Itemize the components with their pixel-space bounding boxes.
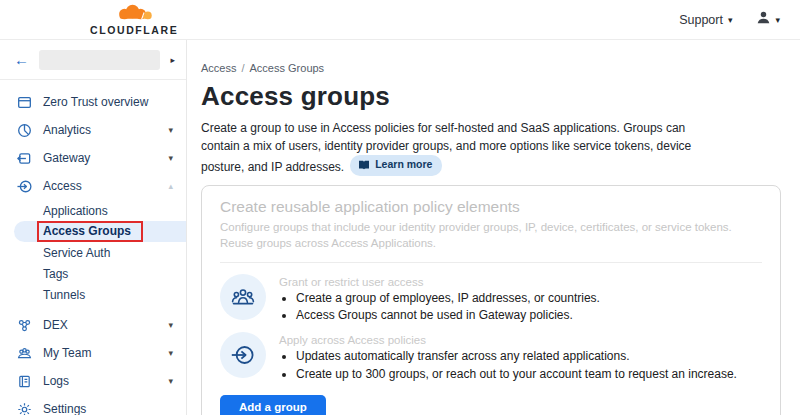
sidebar-item-label: Settings <box>43 402 173 415</box>
chevron-down-icon: ▾ <box>168 125 173 135</box>
sidebar-item-label: Access Groups <box>43 224 131 238</box>
support-menu[interactable]: Support ▾ <box>679 13 732 27</box>
sidebar-item-access-groups[interactable]: Access Groups <box>14 221 186 242</box>
gear-icon <box>16 401 32 415</box>
section-apply-policies: Apply across Access policies Updates aut… <box>220 332 762 382</box>
sidebar-item-label: Tunnels <box>43 288 85 302</box>
cloudflare-logo: CLOUDFLARE <box>90 4 178 36</box>
chevron-down-icon: ▾ <box>168 153 173 163</box>
section-bullets: Create a group of employees, IP addresse… <box>279 290 600 323</box>
bullet: Updates automatically transfer across an… <box>296 348 737 364</box>
chevron-down-icon: ▾ <box>168 320 173 330</box>
add-group-button[interactable]: Add a group <box>220 395 326 415</box>
card-title: Create reusable application policy eleme… <box>220 198 762 216</box>
sidebar-item-settings[interactable]: Settings <box>0 395 186 415</box>
breadcrumb-separator: / <box>241 62 244 74</box>
back-arrow-icon[interactable]: ← <box>14 51 29 68</box>
sidebar-item-label: My Team <box>43 346 168 360</box>
chevron-down-icon: ▾ <box>775 15 780 25</box>
account-menu[interactable]: ▾ <box>756 10 780 29</box>
chevron-up-icon: ▴ <box>168 181 173 191</box>
access-icon <box>16 178 32 194</box>
pie-chart-icon <box>16 122 32 138</box>
section-bullets: Updates automatically transfer across an… <box>279 348 737 381</box>
learn-more-label: Learn more <box>375 157 432 173</box>
sidebar-nav: Zero Trust overview Analytics ▾ Gateway <box>0 80 186 415</box>
sidebar-item-label: Logs <box>43 374 168 388</box>
chevron-down-icon: ▾ <box>168 348 173 358</box>
main-content: Access/Access Groups Access groups Creat… <box>188 40 800 415</box>
sidebar-item-applications[interactable]: Applications <box>0 200 186 221</box>
sidebar-item-label: Gateway <box>43 151 168 165</box>
learn-more-button[interactable]: Learn more <box>350 155 442 176</box>
sidebar-item-dex[interactable]: DEX ▾ <box>0 311 186 339</box>
dex-icon <box>16 317 32 333</box>
access-circle-icon <box>220 332 266 378</box>
sidebar-item-tunnels[interactable]: Tunnels <box>0 284 186 305</box>
team-circle-icon <box>220 274 266 320</box>
cloudflare-cloud-icon <box>111 4 157 24</box>
sidebar-item-tags[interactable]: Tags <box>0 263 186 284</box>
page-title: Access groups <box>201 81 780 112</box>
sidebar-item-access[interactable]: Access ▴ <box>0 172 186 200</box>
sidebar-item-label: Zero Trust overview <box>43 95 173 109</box>
divider <box>220 262 762 263</box>
chevron-down-icon: ▾ <box>728 15 733 25</box>
sidebar-item-label: Access <box>43 179 168 193</box>
sidebar-item-service-auth[interactable]: Service Auth <box>0 242 186 263</box>
breadcrumb: Access/Access Groups <box>201 62 780 74</box>
bullet: Create a group of employees, IP addresse… <box>296 290 600 306</box>
bullet: Access Groups cannot be used in Gateway … <box>296 307 600 323</box>
section-heading: Apply across Access policies <box>279 334 737 346</box>
window-icon <box>16 94 32 110</box>
sidebar-item-label: Service Auth <box>43 246 110 260</box>
breadcrumb-access[interactable]: Access <box>201 62 236 74</box>
sidebar: ← ▸ Zero Trust overview Analytics ▾ <box>0 40 187 415</box>
sidebar-item-label: Applications <box>43 204 108 218</box>
cloudflare-wordmark: CLOUDFLARE <box>90 25 178 36</box>
section-grant-restrict: Grant or restrict user access Create a g… <box>220 274 762 324</box>
breadcrumb-access-groups: Access Groups <box>250 62 325 74</box>
section-heading: Grant or restrict user access <box>279 276 600 288</box>
top-bar: CLOUDFLARE Support ▾ ▾ <box>0 0 800 40</box>
highlight-red-box: Access Groups <box>37 221 143 242</box>
sidebar-item-my-team[interactable]: My Team ▾ <box>0 339 186 367</box>
sidebar-item-label: DEX <box>43 318 168 332</box>
sidebar-item-zero-trust-overview[interactable]: Zero Trust overview <box>0 88 186 116</box>
team-icon <box>16 345 32 361</box>
book-icon <box>358 160 370 170</box>
page-description: Create a group to use in Access policies… <box>201 119 706 176</box>
page-description-text: Create a group to use in Access policies… <box>201 121 691 174</box>
logs-icon <box>16 373 32 389</box>
sidebar-item-label: Analytics <box>43 123 168 137</box>
chevron-down-icon: ▾ <box>168 376 173 386</box>
sidebar-item-logs[interactable]: Logs ▾ <box>0 367 186 395</box>
bullet: Create up to 300 groups, or reach out to… <box>296 366 737 382</box>
gateway-icon <box>16 150 32 166</box>
access-groups-empty-state-card: Create reusable application policy eleme… <box>201 185 781 415</box>
sidebar-item-analytics[interactable]: Analytics ▾ <box>0 116 186 144</box>
sidebar-item-gateway[interactable]: Gateway ▾ <box>0 144 186 172</box>
account-name-placeholder[interactable] <box>39 50 160 70</box>
sidebar-header: ← ▸ <box>0 40 186 80</box>
support-label: Support <box>679 13 723 27</box>
expand-icon[interactable]: ▸ <box>170 55 175 65</box>
card-subtitle: Configure groups that include your ident… <box>220 219 745 251</box>
sidebar-item-label: Tags <box>43 267 68 281</box>
user-icon <box>756 10 771 29</box>
